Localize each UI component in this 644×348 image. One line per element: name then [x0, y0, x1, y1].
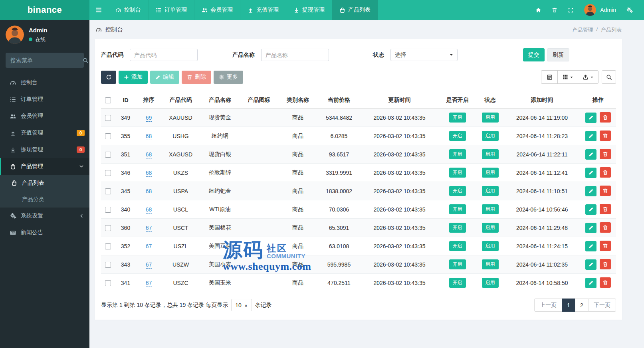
topnav-withdrawals[interactable]: 提现管理 — [286, 0, 332, 20]
row-edit-button[interactable] — [585, 149, 596, 160]
row-edit-button[interactable] — [585, 113, 596, 123]
open-badge[interactable]: 开启 — [449, 278, 466, 288]
next-page-button[interactable]: 下一页 — [588, 299, 616, 312]
status-badge[interactable]: 启用 — [482, 149, 499, 159]
status-badge[interactable]: 启用 — [482, 241, 499, 251]
status-badge[interactable]: 启用 — [482, 113, 499, 123]
search-icon[interactable] — [83, 57, 89, 63]
sort-link[interactable]: 67 — [146, 261, 152, 269]
topnav-orders[interactable]: 订单管理 — [148, 0, 194, 20]
sidebar-item-product-list[interactable]: 产品列表 — [0, 175, 89, 191]
breadcrumb-section[interactable]: 产品管理 — [572, 26, 593, 34]
col-open[interactable]: 是否开启 — [438, 92, 476, 109]
open-badge[interactable]: 开启 — [449, 259, 466, 269]
sidebar-search-input[interactable] — [10, 57, 83, 63]
status-badge[interactable]: 启用 — [482, 223, 499, 233]
row-checkbox[interactable] — [105, 133, 111, 139]
sidebar-item-members[interactable]: 会员管理 — [0, 108, 89, 125]
open-badge[interactable]: 开启 — [449, 223, 466, 233]
row-delete-button[interactable] — [600, 149, 611, 159]
page-2-button[interactable]: 2 — [575, 299, 589, 312]
row-edit-button[interactable] — [585, 241, 596, 251]
brand-logo[interactable]: binance — [0, 0, 89, 20]
row-edit-button[interactable] — [585, 259, 596, 270]
col-updated[interactable]: 更新时间 — [361, 92, 438, 109]
row-delete-button[interactable] — [600, 112, 611, 123]
row-edit-button[interactable] — [585, 131, 596, 141]
sidebar-toggle-button[interactable] — [89, 0, 108, 20]
add-button[interactable]: 添加 — [119, 71, 148, 84]
row-delete-button[interactable] — [600, 259, 611, 269]
open-badge[interactable]: 开启 — [449, 131, 466, 141]
row-checkbox[interactable] — [105, 225, 111, 231]
col-icon[interactable]: 产品图标 — [240, 92, 278, 109]
row-edit-button[interactable] — [585, 204, 596, 215]
table-search-button[interactable] — [602, 70, 616, 84]
submit-button[interactable]: 提交 — [523, 48, 545, 61]
row-checkbox[interactable] — [105, 152, 111, 158]
topnav-members[interactable]: 会员管理 — [194, 0, 240, 20]
col-category[interactable]: 类别名称 — [278, 92, 317, 109]
row-edit-button[interactable] — [585, 223, 596, 233]
sort-link[interactable]: 68 — [146, 151, 152, 158]
row-delete-button[interactable] — [600, 241, 611, 251]
reload-button[interactable] — [101, 71, 116, 84]
sort-link[interactable]: 68 — [146, 133, 152, 140]
user-menu[interactable]: Admin — [584, 4, 616, 16]
topnav-dashboard[interactable]: 控制台 — [108, 0, 148, 20]
col-status[interactable]: 状态 — [476, 92, 504, 109]
page-size-select[interactable]: 10 ▲ — [231, 299, 252, 311]
row-checkbox[interactable] — [105, 188, 111, 194]
select-all-checkbox[interactable] — [105, 97, 111, 103]
detail-view-button[interactable] — [541, 70, 558, 84]
sidebar-item-settings[interactable]: 系统设置 — [0, 208, 89, 224]
open-badge[interactable]: 开启 — [449, 186, 466, 196]
open-badge[interactable]: 开启 — [449, 168, 466, 178]
row-delete-button[interactable] — [600, 277, 611, 288]
sidebar-item-dashboard[interactable]: 控制台 — [0, 74, 89, 91]
home-icon[interactable] — [535, 7, 541, 13]
sidebar-item-products[interactable]: 产品管理 — [0, 158, 89, 175]
open-badge[interactable]: 开启 — [449, 113, 466, 123]
status-badge[interactable]: 启用 — [482, 186, 499, 196]
col-name[interactable]: 产品名称 — [200, 92, 240, 109]
trash-icon[interactable] — [552, 7, 557, 13]
row-checkbox[interactable] — [105, 280, 111, 286]
row-edit-button[interactable] — [585, 278, 596, 288]
row-checkbox[interactable] — [105, 262, 111, 268]
row-edit-button[interactable] — [585, 186, 596, 196]
sidebar-item-news[interactable]: 新闻公告 — [0, 224, 89, 241]
sidebar-item-product-categories[interactable]: 产品分类 — [0, 191, 89, 208]
row-edit-button[interactable] — [585, 168, 596, 178]
status-badge[interactable]: 启用 — [482, 131, 499, 141]
col-added[interactable]: 添加时间 — [504, 92, 580, 109]
status-badge[interactable]: 启用 — [482, 259, 499, 269]
col-sort[interactable]: 排序 — [137, 92, 161, 109]
gears-icon[interactable] — [626, 7, 633, 13]
row-delete-button[interactable] — [600, 204, 611, 214]
columns-button[interactable] — [557, 70, 578, 84]
prev-page-button[interactable]: 上一页 — [534, 299, 562, 312]
product-name-input[interactable] — [261, 49, 329, 61]
sort-link[interactable]: 69 — [146, 115, 152, 122]
more-button[interactable]: 更多 — [214, 71, 243, 84]
row-checkbox[interactable] — [105, 207, 111, 213]
sort-link[interactable]: 67 — [146, 225, 152, 232]
status-badge[interactable]: 启用 — [482, 168, 499, 178]
status-select[interactable]: 选择 — [390, 49, 458, 61]
open-badge[interactable]: 开启 — [449, 241, 466, 251]
row-delete-button[interactable] — [600, 130, 611, 141]
row-checkbox[interactable] — [105, 170, 111, 176]
row-checkbox[interactable] — [105, 115, 111, 121]
expand-icon[interactable] — [568, 7, 574, 13]
col-price[interactable]: 当前价格 — [317, 92, 361, 109]
sort-link[interactable]: 68 — [146, 170, 152, 177]
sidebar-item-orders[interactable]: 订单管理 — [0, 91, 89, 108]
open-badge[interactable]: 开启 — [449, 204, 466, 214]
sort-link[interactable]: 67 — [146, 280, 152, 287]
topnav-deposits[interactable]: 充值管理 — [240, 0, 286, 20]
status-badge[interactable]: 启用 — [482, 204, 499, 214]
refresh-button[interactable]: 刷新 — [547, 48, 569, 61]
sort-link[interactable]: 68 — [146, 188, 152, 195]
col-code[interactable]: 产品代码 — [161, 92, 200, 109]
